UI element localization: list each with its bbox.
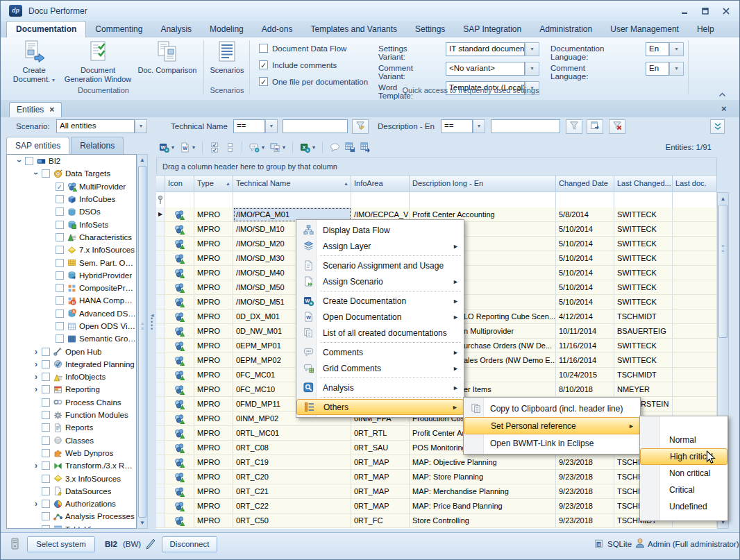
cell-type[interactable]: MPRO [194, 295, 233, 309]
cell-last-changed-by[interactable]: SWITTECK [614, 339, 673, 353]
cell-changed-date[interactable]: 9/23/2018 [556, 484, 614, 499]
menu-tab-add-ons[interactable]: Add-ons [253, 22, 302, 37]
cell-type[interactable]: MPRO [194, 455, 233, 470]
tree-checkbox[interactable] [25, 157, 33, 165]
cell-last-changed-by[interactable]: SWITTECK [614, 295, 673, 309]
ribbon-collapse-chevron-icon[interactable] [716, 87, 728, 97]
filter-editor-icon[interactable] [587, 119, 603, 134]
filter-cell[interactable] [673, 192, 717, 208]
uncheck-entities-icon[interactable] [223, 140, 237, 154]
cell-description[interactable]: MAP: Store Planning [410, 470, 556, 484]
tree-item-advanced-dsos[interactable]: AAdvanced DSOs [7, 307, 136, 320]
cell-type[interactable]: MPRO [194, 324, 233, 339]
tree-expander-icon[interactable]: › [31, 461, 42, 470]
cell-description[interactable]: MAP: Merchandise Planning [410, 484, 556, 499]
tree-checkbox[interactable] [42, 423, 50, 432]
tree-checkbox[interactable] [56, 233, 64, 241]
combo-dropdown-icon[interactable]: ▾ [669, 62, 684, 76]
tree-item-web-dynpros[interactable]: Web Dynpros [7, 447, 136, 459]
filter-cell[interactable] [233, 192, 351, 208]
tree-expander-icon[interactable]: › [31, 169, 42, 178]
cell-last-doc[interactable] [673, 382, 717, 397]
description-filter-input[interactable] [491, 119, 560, 133]
logged-in-user[interactable]: Admin (Full administrator) [648, 540, 739, 548]
submenu-item-set-personal-reference[interactable]: Set Personal reference ► [464, 417, 640, 434]
cell-last-changed-by[interactable]: SWITTECK [614, 207, 673, 222]
cell-type[interactable]: MPRO [194, 470, 233, 484]
technical-name-filter-icon[interactable] [352, 119, 369, 134]
menu-tab-documentation[interactable]: Documentation [6, 21, 86, 37]
cell-last-changed-by[interactable]: SWITTECK [614, 251, 673, 266]
dropdown-caret-icon[interactable]: ▾ [192, 144, 195, 151]
tree-checkbox[interactable] [42, 461, 50, 470]
cell-last-changed-by[interactable]: TSCHMIDT [614, 309, 673, 324]
column-header-description-long-en[interactable]: Description long - En [410, 175, 556, 192]
tree-item-analysis-processes[interactable]: Analysis Processes [7, 510, 136, 523]
checkbox-icon[interactable] [259, 44, 268, 53]
cell-infoarea[interactable]: 0RT_MAP [351, 499, 410, 514]
reference-item-normal[interactable]: Normal [640, 432, 728, 448]
export-excel-icon[interactable]: X [298, 140, 312, 154]
column-header-last-doc-[interactable]: Last doc. [673, 175, 717, 192]
tree-item-process-chains[interactable]: Process Chains [7, 396, 136, 409]
language-combo-0[interactable]: En [646, 42, 669, 56]
ribbon-combo-1[interactable]: <No variant> [446, 62, 525, 76]
select-system-button[interactable]: Select system [27, 536, 95, 552]
cell-last-doc[interactable] [673, 280, 717, 295]
dropdown-caret-icon[interactable]: ▾ [262, 144, 264, 151]
tree-item-infocubes[interactable]: InfoCubes [7, 193, 136, 205]
tree-item-bi2[interactable]: ›BI2 [7, 155, 136, 167]
table-row[interactable]: MPRO 0RT_C19 0RT_MAP MAP: Objective Plan… [156, 455, 717, 470]
combo-dropdown-icon[interactable]: ▾ [525, 42, 539, 56]
tree-item-classes[interactable]: Classes [7, 434, 136, 447]
tree-checkbox[interactable] [56, 195, 64, 203]
checkbox-include-comments[interactable]: ✓Include comments [259, 59, 368, 71]
tree-checkbox[interactable] [42, 385, 50, 393]
cell-type[interactable]: MPRO [194, 426, 233, 441]
ribbon-button-doc-comparison[interactable]: Doc. Comparison [134, 40, 201, 75]
cell-type[interactable]: MPRO [194, 309, 233, 324]
cell-type[interactable]: MPRO [194, 514, 233, 528]
tree-expander-icon[interactable]: › [14, 156, 25, 166]
cell-infoarea[interactable]: 0RT_MAP [351, 455, 410, 470]
cell-type[interactable]: MPRO [194, 353, 233, 368]
menu-tab-help[interactable]: Help [688, 22, 723, 37]
tree-checkbox[interactable] [42, 449, 50, 457]
tree-item-hana-composi-[interactable]: HHANA Composi... [7, 294, 136, 307]
tree-item-function-modules[interactable]: Function Modules [7, 409, 136, 421]
menu-item-display-data-flow[interactable]: Display Data Flow [296, 222, 464, 238]
cell-last-changed-by[interactable]: TSCHMIDT [614, 368, 673, 382]
dropdown-caret-icon[interactable]: ▾ [312, 144, 315, 151]
check-entities-icon[interactable] [208, 140, 221, 154]
menu-tab-user-management[interactable]: User Management [601, 22, 688, 37]
menu-tab-commenting[interactable]: Commenting [86, 22, 151, 37]
cell-technical-name[interactable]: 0RT_C22 [233, 499, 351, 514]
cell-infoarea[interactable]: 0RT_RTL [351, 426, 410, 441]
tree-item-integrated-planning[interactable]: ›Integrated Planning [7, 358, 136, 371]
tree-checkbox[interactable] [42, 500, 50, 508]
tree-checkbox[interactable] [42, 436, 50, 445]
tree-checkbox[interactable] [42, 360, 50, 368]
submenu-item-copy-to-clipboard-incl-header-line-[interactable]: Copy to Clipboard (incl. header line) [464, 400, 640, 417]
cell-last-changed-by[interactable]: SWITTECK [614, 280, 673, 295]
cell-type[interactable]: MPRO [194, 499, 233, 514]
comments-icon[interactable] [247, 140, 261, 154]
cell-changed-date[interactable]: 11/16/2014 [556, 339, 614, 353]
menu-tab-analysis[interactable]: Analysis [151, 22, 201, 37]
cell-technical-name[interactable]: 0RT_C08 [233, 441, 351, 455]
cell-type[interactable]: MPRO [194, 368, 233, 382]
tree-item-multiprovider[interactable]: ✓MultiProvider [7, 180, 136, 193]
technical-name-operator-dropdown-icon[interactable]: ▾ [265, 119, 278, 133]
cell-last-changed-by[interactable]: BSAUERTEIG [614, 324, 673, 339]
tree-checkbox[interactable] [56, 322, 64, 330]
language-combo-1[interactable]: En [646, 62, 669, 76]
tree-item-transform-3-x-rul-[interactable]: ›Transform./3.x Rul... [7, 459, 136, 472]
cell-last-changed-by[interactable]: NMEYER [614, 382, 673, 397]
menu-tab-templates-and-variants[interactable]: Templates and Variants [301, 22, 406, 37]
tree-item-datasources[interactable]: DataSources [7, 485, 136, 498]
create-documentation-icon[interactable]: W [157, 140, 171, 154]
cell-last-doc[interactable] [673, 222, 717, 237]
tree-item-dsos[interactable]: DSOs [7, 205, 136, 218]
checkbox-document-data-flow[interactable]: Document Data Flow [259, 42, 368, 54]
column-header-technical-name[interactable]: Technical Name▲ [233, 175, 351, 192]
